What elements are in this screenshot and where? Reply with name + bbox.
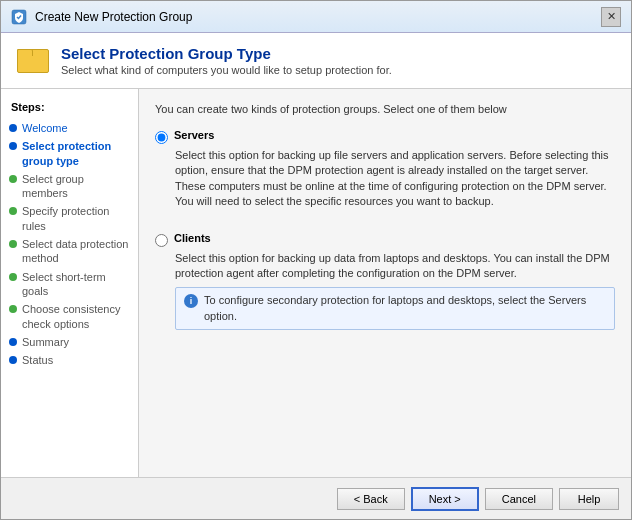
sidebar-item-select-members[interactable]: Select group members [1,170,138,203]
dot-icon [9,273,17,281]
sidebar-item-label: Select data protection method [22,237,132,266]
back-button[interactable]: < Back [337,488,405,510]
intro-text: You can create two kinds of protection g… [155,103,615,115]
header-area: Select Protection Group Type Select what… [1,33,631,89]
sidebar-item-label: Specify protection rules [22,204,132,233]
dot-icon [9,356,17,364]
sidebar-item-protection-rules[interactable]: Specify protection rules [1,202,138,235]
title-bar-left: Create New Protection Group [11,9,192,25]
dot-icon [9,338,17,346]
cancel-button[interactable]: Cancel [485,488,553,510]
header-text: Select Protection Group Type Select what… [61,45,392,76]
sidebar-item-label: Summary [22,335,69,349]
dot-icon [9,175,17,183]
sidebar-item-summary[interactable]: Summary [1,333,138,351]
dot-icon [9,142,17,150]
title-bar: Create New Protection Group ✕ [1,1,631,33]
dot-icon [9,240,17,248]
dialog-title: Create New Protection Group [35,10,192,24]
page-subtitle: Select what kind of computers you would … [61,64,392,76]
sidebar-item-short-term-goals[interactable]: Select short-term goals [1,268,138,301]
page-title: Select Protection Group Type [61,45,392,62]
sidebar-item-label: Select group members [22,172,132,201]
clients-radio[interactable] [155,234,168,247]
sidebar-item-data-protection[interactable]: Select data protection method [1,235,138,268]
help-button[interactable]: Help [559,488,619,510]
sidebar: Steps: Welcome Select protection group t… [1,89,139,477]
clients-label[interactable]: Clients [174,232,211,244]
dot-icon [9,124,17,132]
clients-description: Select this option for backing up data f… [175,251,615,282]
clients-option-group: Clients Select this option for backing u… [155,232,615,331]
sidebar-item-label: Status [22,353,53,367]
next-button[interactable]: Next > [411,487,479,511]
servers-option-row: Servers [155,129,615,144]
sidebar-item-welcome[interactable]: Welcome [1,119,138,137]
clients-option-row: Clients [155,232,615,247]
close-button[interactable]: ✕ [601,7,621,27]
clients-info-box: i To configure secondary protection for … [175,287,615,330]
main-content: You can create two kinds of protection g… [139,89,631,477]
folder-icon [17,45,49,73]
dialog-icon [11,9,27,25]
dot-icon [9,207,17,215]
sidebar-item-label: Choose consistency check options [22,302,132,331]
sidebar-item-status[interactable]: Status [1,351,138,369]
sidebar-heading: Steps: [1,97,138,119]
dot-icon [9,305,17,313]
sidebar-item-label: Welcome [22,121,68,135]
clients-info-text: To configure secondary protection for la… [204,293,606,324]
servers-description: Select this option for backing up file s… [175,148,615,210]
servers-label[interactable]: Servers [174,129,214,141]
sidebar-item-label: Select protection group type [22,139,132,168]
sidebar-item-label: Select short-term goals [22,270,132,299]
dialog-window: Create New Protection Group ✕ Select Pro… [0,0,632,520]
servers-option-group: Servers Select this option for backing u… [155,129,615,210]
sidebar-item-consistency-check[interactable]: Choose consistency check options [1,300,138,333]
sidebar-item-select-group-type[interactable]: Select protection group type [1,137,138,170]
servers-radio[interactable] [155,131,168,144]
body: Steps: Welcome Select protection group t… [1,89,631,477]
footer: < Back Next > Cancel Help [1,477,631,519]
info-icon: i [184,294,198,308]
